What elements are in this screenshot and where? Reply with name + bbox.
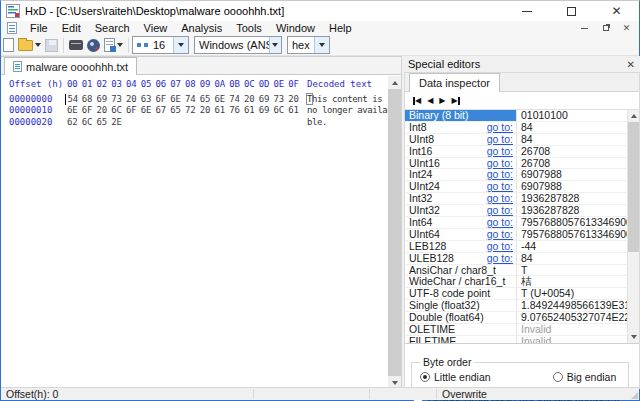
inspector-row[interactable]: ULEB128 go to: 84 [405, 253, 627, 265]
menu-item[interactable]: Analysis [174, 21, 229, 35]
hex-view[interactable]: Offset (h) 00 01 02 03 04 0 [1, 76, 401, 389]
editor-scrollbar[interactable] [388, 76, 401, 389]
type-value[interactable]: 6907988 [517, 181, 627, 192]
type-value[interactable]: 01010100 [517, 110, 627, 121]
goto-link[interactable]: go to: [487, 158, 513, 169]
type-value[interactable]: Invalid [517, 324, 627, 335]
scrollbar-thumb[interactable] [388, 89, 401, 376]
inspector-row[interactable]: UInt64 go to: 7957688057613346900 [405, 229, 627, 241]
row-offset[interactable]: 00000000 [9, 94, 59, 106]
scroll-up-icon[interactable] [388, 76, 401, 89]
inspector-row[interactable]: UInt16 go to: 26708 [405, 158, 627, 170]
scroll-down-icon[interactable] [628, 331, 639, 343]
type-value[interactable]: 1936287828 [517, 205, 627, 216]
goto-link[interactable]: go to: [487, 205, 513, 216]
endian-radio-option[interactable]: Big endian [553, 371, 617, 383]
goto-link[interactable]: go to: [487, 253, 513, 264]
inspector-row[interactable]: LEB128 go to: -44 [405, 241, 627, 253]
hex-byte[interactable]: 69 [257, 94, 272, 106]
type-value[interactable]: -44 [517, 241, 627, 252]
hex-byte[interactable]: 20 [124, 94, 139, 106]
goto-link[interactable]: go to: [487, 241, 513, 252]
decoded-text[interactable]: no longer availa [307, 105, 387, 117]
mdi-minimize-button[interactable] [576, 22, 593, 34]
type-value[interactable]: 84 [517, 134, 627, 145]
inspector-row[interactable]: UInt24 go to: 6907988 [405, 181, 627, 193]
go-first-button[interactable]: ◀ [413, 94, 421, 107]
go-last-button[interactable]: ▶ [451, 94, 459, 107]
hex-byte[interactable]: 20 [286, 94, 301, 106]
type-value[interactable]: T [517, 265, 627, 276]
row-offset[interactable]: 00000020 [9, 117, 59, 129]
menu-item[interactable]: Tools [229, 21, 269, 35]
hex-byte[interactable]: 74 [227, 94, 242, 106]
scrollbar-thumb[interactable] [628, 122, 639, 252]
hex-byte[interactable]: 65 [198, 94, 213, 106]
open-ram-button[interactable] [85, 36, 102, 54]
type-value[interactable]: 9.07652405327074E223 [517, 312, 627, 323]
hex-byte[interactable]: 61 [286, 105, 301, 117]
go-next-button[interactable]: ▶ [439, 94, 445, 107]
hex-byte[interactable]: 2E [109, 117, 124, 129]
hex-byte[interactable]: 76 [227, 105, 242, 117]
goto-link[interactable]: go to: [487, 229, 513, 240]
menu-item[interactable]: Search [88, 21, 137, 35]
type-value[interactable]: 26708 [517, 146, 627, 157]
hex-byte[interactable]: 20 [242, 94, 257, 106]
hex-byte[interactable]: 6C [80, 117, 95, 129]
file-tab[interactable]: malware oooohhh.txt [4, 57, 137, 75]
decoded-text[interactable]: ble. [307, 117, 327, 129]
type-value[interactable]: 7957688057613346900 [517, 229, 627, 240]
resize-grip[interactable] [631, 392, 638, 399]
export-dropdown-icon[interactable] [117, 43, 123, 47]
hex-byte[interactable]: 72 [183, 105, 198, 117]
menu-item[interactable]: File [23, 21, 55, 35]
row-offset[interactable]: 00000010 [9, 105, 59, 117]
combo-arrow-icon[interactable] [314, 37, 329, 53]
hex-byte[interactable]: 73 [272, 94, 287, 106]
hex-byte[interactable]: 6E [213, 94, 228, 106]
decoded-text[interactable]: This content is [307, 94, 387, 106]
hex-byte[interactable]: 54 [65, 94, 80, 106]
inspector-row[interactable]: UInt32 go to: 1936287828 [405, 205, 627, 217]
goto-link[interactable]: go to: [487, 169, 513, 180]
hex-byte[interactable]: 20 [198, 105, 213, 117]
inspector-row[interactable]: Int8 go to: 84 [405, 122, 627, 134]
type-value[interactable]: 7957688057613346900 [517, 217, 627, 228]
maximize-button[interactable] [549, 1, 594, 21]
type-value[interactable]: 26708 [517, 158, 627, 169]
hex-byte[interactable]: 20 [95, 105, 110, 117]
type-value[interactable]: 6907988 [517, 169, 627, 180]
hex-byte[interactable]: 65 [95, 117, 110, 129]
title-bar[interactable]: HxD - [C:\Users\raiteh\Desktop\malware o… [1, 1, 639, 21]
hex-byte[interactable]: 63 [139, 94, 154, 106]
hex-byte[interactable]: 69 [95, 94, 110, 106]
close-button[interactable]: ✕ [594, 1, 639, 21]
mdi-close-button[interactable]: ✕ [618, 22, 635, 34]
hex-byte[interactable]: 61 [242, 105, 257, 117]
hex-byte[interactable]: 6F [154, 94, 169, 106]
goto-link[interactable]: go to: [487, 146, 513, 157]
panel-header[interactable]: Special editors ✕ [402, 56, 640, 72]
type-value[interactable]: 84 [517, 253, 627, 264]
hex-byte[interactable]: 61 [213, 105, 228, 117]
goto-link[interactable]: go to: [487, 122, 513, 133]
hex-byte[interactable]: 67 [154, 105, 169, 117]
endian-radio-option[interactable]: Little endian [420, 371, 491, 383]
type-value[interactable]: T (U+0054) [517, 288, 627, 299]
inspector-row[interactable]: FILETIME Invalid [405, 336, 627, 344]
save-button[interactable] [43, 36, 60, 54]
open-dropdown-icon[interactable] [35, 43, 41, 47]
hex-byte[interactable]: 65 [168, 105, 183, 117]
menu-item[interactable]: View [137, 21, 175, 35]
combo-arrow-icon[interactable] [173, 37, 188, 53]
inspector-row[interactable]: Int16 go to: 26708 [405, 146, 627, 158]
open-disk-button[interactable] [67, 36, 85, 54]
mdi-restore-button[interactable] [597, 22, 614, 34]
hex-byte[interactable]: 6F [124, 105, 139, 117]
hex-byte[interactable]: 6F [80, 105, 95, 117]
hex-byte[interactable]: 69 [257, 105, 272, 117]
hex-byte[interactable]: 68 [80, 94, 95, 106]
new-file-button[interactable] [1, 36, 16, 54]
inspector-scrollbar[interactable] [627, 110, 639, 343]
